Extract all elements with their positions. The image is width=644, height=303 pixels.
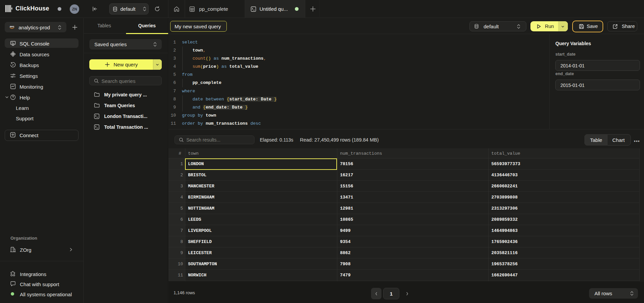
svg-text:aws: aws: [10, 25, 14, 28]
